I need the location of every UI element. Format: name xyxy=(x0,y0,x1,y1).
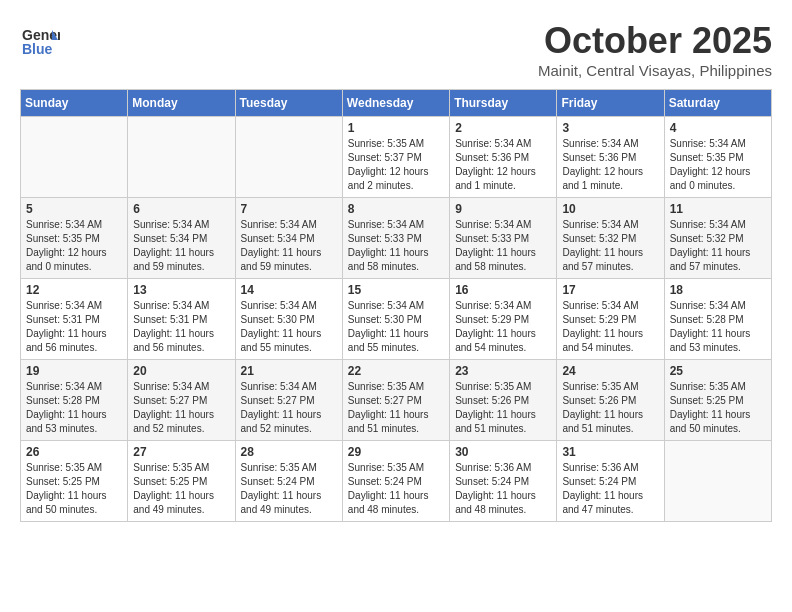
day-header-thursday: Thursday xyxy=(450,90,557,117)
day-number: 28 xyxy=(241,445,337,459)
day-number: 3 xyxy=(562,121,658,135)
day-info: Sunrise: 5:34 AM Sunset: 5:36 PM Dayligh… xyxy=(455,137,551,193)
day-number: 25 xyxy=(670,364,766,378)
calendar-cell: 20Sunrise: 5:34 AM Sunset: 5:27 PM Dayli… xyxy=(128,360,235,441)
calendar-cell: 9Sunrise: 5:34 AM Sunset: 5:33 PM Daylig… xyxy=(450,198,557,279)
calendar-cell: 16Sunrise: 5:34 AM Sunset: 5:29 PM Dayli… xyxy=(450,279,557,360)
day-number: 30 xyxy=(455,445,551,459)
day-info: Sunrise: 5:34 AM Sunset: 5:27 PM Dayligh… xyxy=(133,380,229,436)
day-info: Sunrise: 5:34 AM Sunset: 5:35 PM Dayligh… xyxy=(670,137,766,193)
day-number: 14 xyxy=(241,283,337,297)
day-info: Sunrise: 5:34 AM Sunset: 5:32 PM Dayligh… xyxy=(562,218,658,274)
day-number: 27 xyxy=(133,445,229,459)
day-number: 5 xyxy=(26,202,122,216)
calendar-cell: 28Sunrise: 5:35 AM Sunset: 5:24 PM Dayli… xyxy=(235,441,342,522)
day-info: Sunrise: 5:35 AM Sunset: 5:37 PM Dayligh… xyxy=(348,137,444,193)
calendar-table: SundayMondayTuesdayWednesdayThursdayFrid… xyxy=(20,89,772,522)
day-number: 22 xyxy=(348,364,444,378)
calendar-cell xyxy=(21,117,128,198)
calendar-cell xyxy=(664,441,771,522)
day-info: Sunrise: 5:34 AM Sunset: 5:29 PM Dayligh… xyxy=(455,299,551,355)
day-number: 9 xyxy=(455,202,551,216)
day-info: Sunrise: 5:35 AM Sunset: 5:27 PM Dayligh… xyxy=(348,380,444,436)
day-number: 29 xyxy=(348,445,444,459)
day-info: Sunrise: 5:36 AM Sunset: 5:24 PM Dayligh… xyxy=(455,461,551,517)
logo-icon: General Blue xyxy=(20,20,60,60)
day-header-tuesday: Tuesday xyxy=(235,90,342,117)
day-info: Sunrise: 5:34 AM Sunset: 5:28 PM Dayligh… xyxy=(670,299,766,355)
day-info: Sunrise: 5:35 AM Sunset: 5:24 PM Dayligh… xyxy=(241,461,337,517)
day-number: 16 xyxy=(455,283,551,297)
day-number: 6 xyxy=(133,202,229,216)
day-info: Sunrise: 5:34 AM Sunset: 5:34 PM Dayligh… xyxy=(133,218,229,274)
calendar-cell: 29Sunrise: 5:35 AM Sunset: 5:24 PM Dayli… xyxy=(342,441,449,522)
calendar-cell xyxy=(235,117,342,198)
day-number: 24 xyxy=(562,364,658,378)
calendar-cell: 24Sunrise: 5:35 AM Sunset: 5:26 PM Dayli… xyxy=(557,360,664,441)
location-title: Mainit, Central Visayas, Philippines xyxy=(538,62,772,79)
calendar-cell: 31Sunrise: 5:36 AM Sunset: 5:24 PM Dayli… xyxy=(557,441,664,522)
calendar-cell: 5Sunrise: 5:34 AM Sunset: 5:35 PM Daylig… xyxy=(21,198,128,279)
day-number: 2 xyxy=(455,121,551,135)
day-info: Sunrise: 5:34 AM Sunset: 5:27 PM Dayligh… xyxy=(241,380,337,436)
calendar-week-3: 12Sunrise: 5:34 AM Sunset: 5:31 PM Dayli… xyxy=(21,279,772,360)
day-info: Sunrise: 5:36 AM Sunset: 5:24 PM Dayligh… xyxy=(562,461,658,517)
calendar-week-1: 1Sunrise: 5:35 AM Sunset: 5:37 PM Daylig… xyxy=(21,117,772,198)
day-number: 17 xyxy=(562,283,658,297)
page-header: General Blue October 2025 Mainit, Centra… xyxy=(20,20,772,79)
day-number: 7 xyxy=(241,202,337,216)
calendar-cell: 27Sunrise: 5:35 AM Sunset: 5:25 PM Dayli… xyxy=(128,441,235,522)
day-number: 11 xyxy=(670,202,766,216)
calendar-cell: 25Sunrise: 5:35 AM Sunset: 5:25 PM Dayli… xyxy=(664,360,771,441)
day-number: 18 xyxy=(670,283,766,297)
logo: General Blue xyxy=(20,20,60,60)
calendar-cell: 22Sunrise: 5:35 AM Sunset: 5:27 PM Dayli… xyxy=(342,360,449,441)
calendar-cell: 15Sunrise: 5:34 AM Sunset: 5:30 PM Dayli… xyxy=(342,279,449,360)
calendar-week-4: 19Sunrise: 5:34 AM Sunset: 5:28 PM Dayli… xyxy=(21,360,772,441)
day-info: Sunrise: 5:34 AM Sunset: 5:33 PM Dayligh… xyxy=(455,218,551,274)
calendar-cell: 30Sunrise: 5:36 AM Sunset: 5:24 PM Dayli… xyxy=(450,441,557,522)
calendar-header-row: SundayMondayTuesdayWednesdayThursdayFrid… xyxy=(21,90,772,117)
day-header-saturday: Saturday xyxy=(664,90,771,117)
day-number: 19 xyxy=(26,364,122,378)
day-number: 21 xyxy=(241,364,337,378)
day-number: 1 xyxy=(348,121,444,135)
title-area: October 2025 Mainit, Central Visayas, Ph… xyxy=(538,20,772,79)
calendar-cell: 26Sunrise: 5:35 AM Sunset: 5:25 PM Dayli… xyxy=(21,441,128,522)
day-info: Sunrise: 5:35 AM Sunset: 5:26 PM Dayligh… xyxy=(455,380,551,436)
calendar-week-2: 5Sunrise: 5:34 AM Sunset: 5:35 PM Daylig… xyxy=(21,198,772,279)
calendar-cell xyxy=(128,117,235,198)
day-number: 10 xyxy=(562,202,658,216)
calendar-cell: 4Sunrise: 5:34 AM Sunset: 5:35 PM Daylig… xyxy=(664,117,771,198)
svg-text:Blue: Blue xyxy=(22,41,53,57)
calendar-cell: 6Sunrise: 5:34 AM Sunset: 5:34 PM Daylig… xyxy=(128,198,235,279)
calendar-cell: 12Sunrise: 5:34 AM Sunset: 5:31 PM Dayli… xyxy=(21,279,128,360)
month-title: October 2025 xyxy=(538,20,772,62)
day-info: Sunrise: 5:34 AM Sunset: 5:30 PM Dayligh… xyxy=(241,299,337,355)
day-info: Sunrise: 5:35 AM Sunset: 5:26 PM Dayligh… xyxy=(562,380,658,436)
day-header-friday: Friday xyxy=(557,90,664,117)
calendar-cell: 17Sunrise: 5:34 AM Sunset: 5:29 PM Dayli… xyxy=(557,279,664,360)
day-number: 31 xyxy=(562,445,658,459)
day-info: Sunrise: 5:35 AM Sunset: 5:25 PM Dayligh… xyxy=(26,461,122,517)
day-info: Sunrise: 5:34 AM Sunset: 5:31 PM Dayligh… xyxy=(133,299,229,355)
calendar-cell: 7Sunrise: 5:34 AM Sunset: 5:34 PM Daylig… xyxy=(235,198,342,279)
calendar-cell: 18Sunrise: 5:34 AM Sunset: 5:28 PM Dayli… xyxy=(664,279,771,360)
day-number: 4 xyxy=(670,121,766,135)
calendar-cell: 23Sunrise: 5:35 AM Sunset: 5:26 PM Dayli… xyxy=(450,360,557,441)
calendar-cell: 19Sunrise: 5:34 AM Sunset: 5:28 PM Dayli… xyxy=(21,360,128,441)
day-info: Sunrise: 5:34 AM Sunset: 5:29 PM Dayligh… xyxy=(562,299,658,355)
day-info: Sunrise: 5:35 AM Sunset: 5:24 PM Dayligh… xyxy=(348,461,444,517)
calendar-cell: 21Sunrise: 5:34 AM Sunset: 5:27 PM Dayli… xyxy=(235,360,342,441)
day-info: Sunrise: 5:34 AM Sunset: 5:30 PM Dayligh… xyxy=(348,299,444,355)
day-number: 13 xyxy=(133,283,229,297)
day-info: Sunrise: 5:34 AM Sunset: 5:36 PM Dayligh… xyxy=(562,137,658,193)
day-header-sunday: Sunday xyxy=(21,90,128,117)
calendar-cell: 2Sunrise: 5:34 AM Sunset: 5:36 PM Daylig… xyxy=(450,117,557,198)
day-number: 20 xyxy=(133,364,229,378)
day-header-monday: Monday xyxy=(128,90,235,117)
calendar-cell: 8Sunrise: 5:34 AM Sunset: 5:33 PM Daylig… xyxy=(342,198,449,279)
calendar-cell: 11Sunrise: 5:34 AM Sunset: 5:32 PM Dayli… xyxy=(664,198,771,279)
calendar-cell: 14Sunrise: 5:34 AM Sunset: 5:30 PM Dayli… xyxy=(235,279,342,360)
day-number: 12 xyxy=(26,283,122,297)
